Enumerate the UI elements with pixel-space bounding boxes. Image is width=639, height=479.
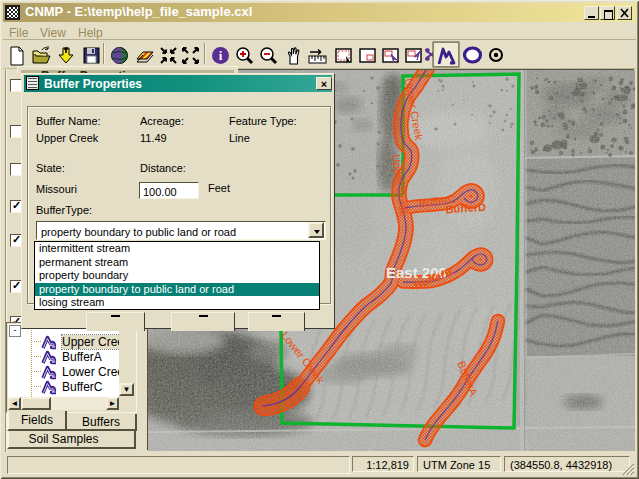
svg-text:i: i [219, 48, 223, 63]
